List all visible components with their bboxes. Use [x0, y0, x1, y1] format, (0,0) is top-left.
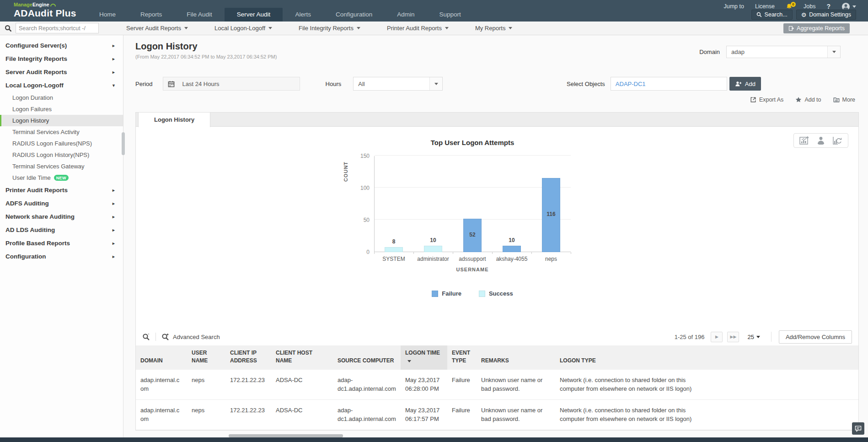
star-icon: [795, 97, 802, 103]
sidebar-item-server-audit-reports[interactable]: Server Audit Reports►: [0, 65, 123, 79]
sidebar-item-label: Printer Audit Reports: [5, 187, 68, 194]
menu-printer-audit-reports[interactable]: Printer Audit Reports: [387, 25, 449, 32]
chevron-down-icon[interactable]: [429, 77, 442, 90]
sidebar-item-logon-history[interactable]: Logon History: [0, 115, 123, 126]
sidebar-item-ad-lds-auditing[interactable]: AD LDS Auditing►: [0, 223, 123, 237]
topbar-buttons: Search... ⚙ Domain Settings: [751, 10, 856, 20]
column-header-user-name[interactable]: USER NAME: [187, 345, 225, 370]
horizontal-scrollbar[interactable]: [123, 434, 868, 437]
nav-tab-server-audit[interactable]: Server Audit: [225, 8, 283, 22]
license-link[interactable]: License: [755, 3, 775, 10]
report-actions: Export As Add to More: [135, 97, 855, 103]
nav-tab-admin[interactable]: Admin: [385, 8, 427, 22]
chevron-down-icon: [357, 27, 360, 29]
sidebar-item-user-idle-time[interactable]: User Idle TimeNEW: [0, 172, 123, 183]
advanced-search-icon[interactable]: [161, 333, 169, 341]
nav-tab-configuration[interactable]: Configuration: [323, 8, 385, 22]
chat-feedback-icon[interactable]: [852, 422, 864, 435]
period-picker[interactable]: Last 24 Hours: [163, 77, 300, 91]
page-size-select[interactable]: 25: [747, 334, 760, 340]
x-axis-tickmark: [492, 252, 493, 254]
chart-add-icon[interactable]: [799, 136, 809, 145]
domain-select[interactable]: adap: [726, 46, 841, 58]
sidebar-item-terminal-services-gateway[interactable]: Terminal Services Gateway: [0, 161, 123, 172]
tab-logon-history[interactable]: Logon History: [138, 113, 210, 127]
column-header-client-host-name[interactable]: CLIENT HOST NAME: [271, 345, 333, 370]
menu-file-integrity-reports[interactable]: File Integrity Reports: [299, 25, 360, 32]
menu-my-reports[interactable]: My Reports: [475, 25, 512, 32]
bar-system[interactable]: [385, 247, 403, 252]
chart-x-axis-label: USERNAME: [374, 267, 571, 272]
hours-select[interactable]: All: [353, 77, 443, 91]
sidebar-item-configuration[interactable]: Configuration►: [0, 250, 123, 263]
help-icon[interactable]: ?: [826, 3, 830, 10]
notifications-bell-icon[interactable]: 0: [786, 3, 793, 10]
aggregate-reports-button[interactable]: Aggregate Reports: [783, 23, 850, 33]
jump-to-link[interactable]: Jump to: [723, 3, 744, 10]
select-objects-input[interactable]: ADAP-DC1: [611, 77, 727, 91]
column-header-logon-type[interactable]: LOGON TYPE: [555, 345, 706, 370]
report-search-input[interactable]: [16, 23, 99, 33]
export-as-button[interactable]: Export As: [750, 97, 784, 103]
bar-akshay-4055[interactable]: [503, 246, 521, 252]
more-button[interactable]: More: [833, 97, 855, 103]
add-to-button[interactable]: Add to: [795, 97, 821, 103]
nav-tab-alerts[interactable]: Alerts: [283, 8, 323, 22]
chart-top-user-logon-attempts: Top User Logon Attempts COUNT USERNAME F…: [136, 127, 858, 328]
x-axis-tickmark: [571, 252, 571, 254]
table-cell: May 23,2017 06:17:57 PM: [401, 399, 447, 430]
user-report-icon[interactable]: [817, 136, 825, 145]
last-page-button[interactable]: ▶▶: [727, 332, 739, 342]
sort-descending-icon[interactable]: [407, 360, 411, 362]
sidebar-item-terminal-services-activity[interactable]: Terminal Services Activity: [0, 126, 123, 138]
add-object-button[interactable]: Add: [729, 77, 761, 91]
nav-tab-file-audit[interactable]: File Audit: [174, 8, 225, 22]
nav-tab-reports[interactable]: Reports: [128, 8, 174, 22]
chart-refresh-icon[interactable]: [832, 136, 842, 145]
advanced-search-label[interactable]: Advanced Search: [173, 334, 220, 340]
bar-value-label: 8: [374, 238, 413, 245]
column-header-source-computer[interactable]: SOURCE COMPUTER: [333, 345, 401, 370]
add-remove-columns-button[interactable]: Add/Remove Columns: [779, 330, 852, 344]
sidebar-item-radius-logon-history-nps[interactable]: RADIUS Logon History(NPS): [0, 149, 123, 161]
menu-local-logon-logoff[interactable]: Local Logon-Logoff: [214, 25, 272, 32]
nav-tab-home[interactable]: Home: [87, 8, 128, 22]
sidebar-item-logon-failures[interactable]: Logon Failures: [0, 103, 123, 115]
sidebar-collapse-handle[interactable]: [122, 132, 125, 155]
table-row[interactable]: adap.internal.comneps172.21.22.23ADSA-DC…: [136, 399, 858, 430]
menu-server-audit-reports[interactable]: Server Audit Reports: [126, 25, 188, 32]
column-header-domain[interactable]: DOMAIN: [136, 345, 187, 370]
sidebar-item-file-integrity-reports[interactable]: File Integrity Reports►: [0, 52, 123, 65]
scrollbar-thumb[interactable]: [229, 434, 343, 437]
chevron-down-icon[interactable]: [827, 46, 840, 58]
column-header-client-ip-address[interactable]: CLIENT IP ADDRESS: [225, 345, 271, 370]
sidebar-item-radius-logon-failures-nps[interactable]: RADIUS Logon Failures(NPS): [0, 138, 123, 149]
chevron-right-icon: ►: [112, 215, 116, 219]
global-search-button[interactable]: Search...: [751, 10, 793, 20]
sidebar-item-adfs-auditing[interactable]: ADFS Auditing►: [0, 197, 123, 210]
brand-logo: ManageEngine ADAudit Plus: [14, 2, 76, 19]
column-header-remarks[interactable]: REMARKS: [477, 345, 555, 370]
table-row[interactable]: adap.internal.comneps172.21.22.23ADSA-DC…: [136, 370, 858, 400]
table-search-icon[interactable]: [142, 333, 150, 341]
topbar: ManageEngine ADAudit Plus HomeReportsFil…: [0, 0, 868, 22]
bar-administrator[interactable]: [424, 246, 442, 252]
sidebar: Configured Server(s)►File Integrity Repo…: [0, 35, 123, 437]
sidebar-item-logon-duration[interactable]: Logon Duration: [0, 92, 123, 103]
jobs-link[interactable]: Jobs: [804, 3, 815, 10]
domain-settings-button[interactable]: ⚙ Domain Settings: [796, 10, 856, 20]
sidebar-item-local-logon-logoff[interactable]: Local Logon-Logoff▼: [0, 79, 123, 92]
column-header-logon-time[interactable]: LOGON TIME: [401, 345, 447, 370]
sidebar-item-printer-audit-reports[interactable]: Printer Audit Reports►: [0, 183, 123, 197]
next-page-button[interactable]: ▶: [711, 332, 723, 342]
legend-label: Failure: [442, 290, 461, 297]
column-header-event-type[interactable]: EVENT TYPE: [447, 345, 477, 370]
sidebar-item-network-share-auditing[interactable]: Network share Auditing►: [0, 210, 123, 223]
layout: Configured Server(s)►File Integrity Repo…: [0, 35, 868, 437]
sidebar-item-configured-server-s[interactable]: Configured Server(s)►: [0, 39, 123, 52]
chevron-right-icon: ►: [112, 201, 116, 206]
search-icon[interactable]: [5, 25, 12, 32]
sidebar-item-profile-based-reports[interactable]: Profile Based Reports►: [0, 237, 123, 250]
nav-tab-support[interactable]: Support: [427, 8, 473, 22]
report-icon: [788, 26, 794, 31]
